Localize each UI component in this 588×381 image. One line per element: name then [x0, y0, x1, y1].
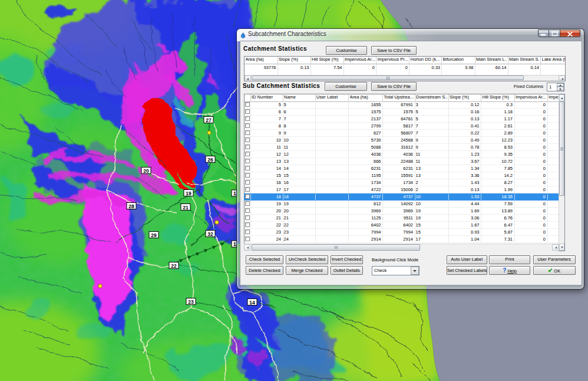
- svg-text:27: 27: [206, 117, 212, 123]
- svg-text:19: 19: [186, 190, 191, 196]
- svg-text:14: 14: [249, 300, 255, 306]
- svg-text:21: 21: [183, 205, 189, 211]
- svg-text:1: 1: [233, 241, 236, 247]
- svg-text:23: 23: [188, 299, 194, 305]
- svg-text:26: 26: [207, 157, 213, 163]
- svg-text:29: 29: [151, 232, 157, 238]
- svg-text:28: 28: [128, 203, 134, 209]
- svg-text:22: 22: [171, 263, 177, 269]
- svg-text:32: 32: [207, 231, 213, 237]
- svg-text:1: 1: [233, 190, 236, 196]
- svg-text:20: 20: [143, 168, 149, 174]
